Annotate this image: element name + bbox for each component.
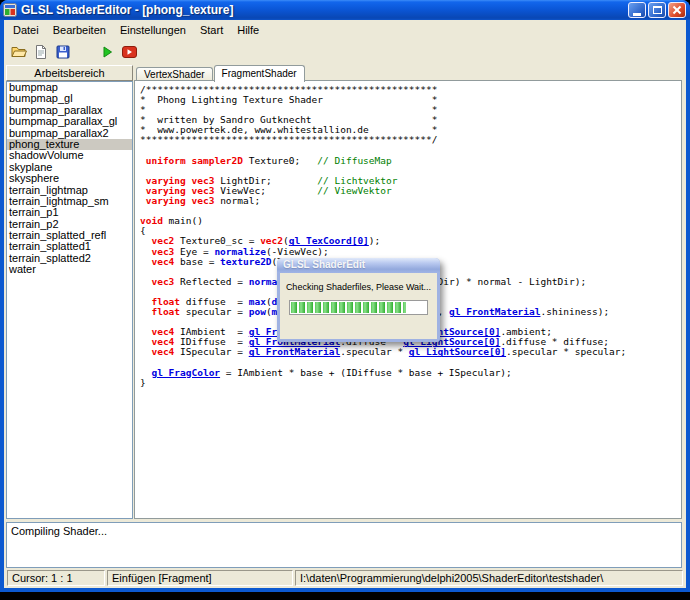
list-item-skysphere[interactable]: skysphere xyxy=(7,173,132,184)
run-play-icon xyxy=(99,44,115,60)
status-mode: Einfügen [Fragment] xyxy=(107,570,293,586)
minimize-button[interactable] xyxy=(628,2,646,18)
main-window: GLSL ShaderEditor - [phong_texture] Date… xyxy=(0,0,690,592)
status-cursor: Cursor: 1 : 1 xyxy=(7,570,105,586)
menu-item-hilfe[interactable]: Hilfe xyxy=(230,21,266,39)
code-line: varying vec3 normal; xyxy=(140,196,681,206)
list-item-terrain_lightmap[interactable]: terrain_lightmap xyxy=(7,185,132,196)
window-title: GLSL ShaderEditor - [phong_texture] xyxy=(21,3,626,17)
compiler-output: Compiling Shader... xyxy=(6,522,682,568)
code-lines: /***************************************… xyxy=(140,85,681,388)
window-body: DateiBearbeitenEinstellungenStartHilfe xyxy=(4,20,686,588)
dialog-message: Checking Shaderfiles, Please Wait... xyxy=(280,282,437,292)
dialog-body: Checking Shaderfiles, Please Wait... xyxy=(280,273,437,339)
workspace-header: Arbeitsbereich xyxy=(6,65,133,81)
code-line: } xyxy=(140,378,681,388)
list-item-bumpmap_gl[interactable]: bumpmap_gl xyxy=(7,93,132,104)
save-floppy-icon xyxy=(55,44,71,60)
list-item-bumpmap_parallax_gl[interactable]: bumpmap_parallax_gl xyxy=(7,116,132,127)
menu-item-datei[interactable]: Datei xyxy=(6,21,46,39)
run-button[interactable] xyxy=(96,42,118,63)
list-item-shadowVolume[interactable]: shadowVolume xyxy=(7,150,132,161)
menu-item-start[interactable]: Start xyxy=(193,21,230,39)
code-line: vec4 ISpecular = gl_FrontMaterial.specul… xyxy=(140,347,681,357)
list-item-bumpmap_parallax2[interactable]: bumpmap_parallax2 xyxy=(7,128,132,139)
list-item-bumpmap[interactable]: bumpmap xyxy=(7,82,132,93)
close-icon xyxy=(672,5,682,15)
progress-fill xyxy=(291,302,406,313)
list-item-terrain_splatted1[interactable]: terrain_splatted1 xyxy=(7,241,132,252)
toolbar xyxy=(4,40,686,64)
code-line: uniform sampler2D Texture0; // DiffuseMa… xyxy=(140,156,681,166)
app-icon xyxy=(3,3,17,17)
menu-item-bearbeiten[interactable]: Bearbeiten xyxy=(46,21,113,39)
code-line: gl_FragColor = IAmbient * base + (IDiffu… xyxy=(140,368,681,378)
status-bar: Cursor: 1 : 1 Einfügen [Fragment] I:\dat… xyxy=(5,569,685,587)
tab-vertexshader[interactable]: VertexShader xyxy=(136,67,213,81)
code-line xyxy=(140,206,681,216)
compile-button[interactable] xyxy=(118,42,140,63)
list-item-terrain_p1[interactable]: terrain_p1 xyxy=(7,207,132,218)
code-line: void main() xyxy=(140,216,681,226)
toolbar-spacer xyxy=(74,42,96,63)
open-button[interactable] xyxy=(8,42,30,63)
menu-item-einstellungen[interactable]: Einstellungen xyxy=(113,21,193,39)
progress-bar xyxy=(289,300,428,315)
minimize-icon xyxy=(633,13,641,16)
list-item-skyplane[interactable]: skyplane xyxy=(7,162,132,173)
compile-icon xyxy=(121,44,138,60)
dialog-title: GLSL ShaderEdit xyxy=(277,258,440,273)
list-item-terrain_splatted2[interactable]: terrain_splatted2 xyxy=(7,253,132,264)
maximize-icon xyxy=(653,6,662,14)
save-button[interactable] xyxy=(52,42,74,63)
tab-strip: VertexShaderFragmentShader xyxy=(134,64,682,81)
list-item-terrain_lightmap_sm[interactable]: terrain_lightmap_sm xyxy=(7,196,132,207)
tab-fragmentshader[interactable]: FragmentShader xyxy=(214,65,305,82)
workspace-list[interactable]: bumpmapbumpmap_glbumpmap_parallaxbumpmap… xyxy=(6,81,133,519)
status-path: I:\daten\Programmierung\delphi2005\Shade… xyxy=(295,570,683,586)
list-item-terrain_p2[interactable]: terrain_p2 xyxy=(7,219,132,230)
maximize-button[interactable] xyxy=(648,2,666,18)
new-file-button[interactable] xyxy=(30,42,52,63)
code-line: ****************************************… xyxy=(140,135,681,145)
list-item-terrain_splatted_refl[interactable]: terrain_splatted_refl xyxy=(7,230,132,241)
list-item-bumpmap_parallax[interactable]: bumpmap_parallax xyxy=(7,105,132,116)
title-bar[interactable]: GLSL ShaderEditor - [phong_texture] xyxy=(0,0,690,20)
new-file-icon xyxy=(33,44,49,60)
close-button[interactable] xyxy=(668,2,686,18)
open-folder-icon xyxy=(11,44,27,60)
list-item-phong_texture[interactable]: phong_texture xyxy=(7,139,132,150)
list-item-water[interactable]: water xyxy=(7,264,132,275)
progress-dialog: GLSL ShaderEdit Checking Shaderfiles, Pl… xyxy=(277,258,440,342)
menubar: DateiBearbeitenEinstellungenStartHilfe xyxy=(4,20,686,40)
